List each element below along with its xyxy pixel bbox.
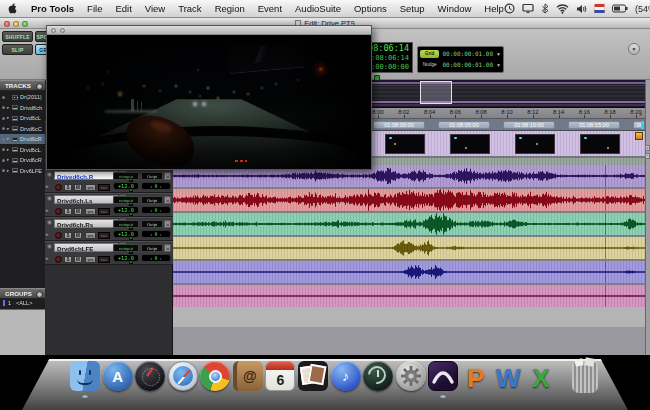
dock-itunes-icon[interactable]: ♪ bbox=[331, 358, 361, 400]
input-selector[interactable]: noinput bbox=[113, 220, 139, 228]
track-view-button[interactable]: wv bbox=[85, 184, 96, 191]
menu-item-window[interactable]: Window bbox=[438, 3, 472, 14]
volume-display[interactable]: +12.0 bbox=[113, 254, 139, 262]
track-visibility-dot[interactable] bbox=[2, 148, 5, 151]
track-height-plus-button[interactable]: + bbox=[645, 145, 650, 151]
timemachine-menu-icon[interactable] bbox=[504, 3, 515, 14]
output-speaker-icon[interactable]: ◂ bbox=[164, 244, 171, 252]
mute-button[interactable]: M bbox=[74, 208, 82, 215]
solo-button[interactable]: S bbox=[64, 256, 72, 263]
dock-safari-icon[interactable] bbox=[168, 358, 198, 400]
volume-display[interactable]: +12.0 bbox=[113, 206, 139, 214]
pan-display[interactable]: ◂0▸ bbox=[141, 230, 171, 238]
grid-value[interactable]: 00:00:00:01.00 bbox=[442, 50, 493, 57]
record-enable-button[interactable] bbox=[55, 184, 62, 191]
shuffle-mode-button[interactable]: SHUFFLE bbox=[2, 31, 33, 42]
dock-trash-icon[interactable] bbox=[570, 358, 600, 400]
menu-item-setup[interactable]: Setup bbox=[400, 3, 425, 14]
sidebar-item-drvd6cl[interactable]: ▸Drvd6cL bbox=[0, 145, 45, 155]
dock-pro-tools-icon[interactable] bbox=[428, 358, 458, 400]
mute-button[interactable]: M bbox=[74, 232, 82, 239]
output-speaker-icon[interactable]: ◂ bbox=[164, 220, 171, 228]
dock-photo-booth-icon[interactable] bbox=[298, 358, 328, 400]
audio-lane-drived6chr[interactable] bbox=[173, 213, 645, 235]
track-visibility-dot[interactable] bbox=[2, 117, 5, 120]
track-collapse-arrow[interactable]: ▸ bbox=[46, 255, 49, 261]
mute-button[interactable]: M bbox=[74, 256, 82, 263]
volume-display[interactable]: +12.0 bbox=[113, 230, 139, 238]
track-view-button[interactable]: wv bbox=[85, 232, 96, 239]
volume-menu-icon[interactable] bbox=[576, 4, 587, 14]
input-language-flag-icon[interactable] bbox=[594, 3, 605, 14]
menu-item-options[interactable]: Options bbox=[354, 3, 387, 14]
menu-item-view[interactable]: View bbox=[145, 3, 165, 14]
pan-display[interactable]: ◂0▸ bbox=[141, 254, 171, 262]
universe-focus-frame[interactable] bbox=[420, 81, 452, 104]
track-visibility-dot[interactable] bbox=[2, 159, 5, 162]
tracks-menu-icon[interactable] bbox=[36, 83, 43, 90]
dock-dashboard-icon[interactable] bbox=[135, 358, 165, 400]
tracks-panel-header[interactable]: TRACKS bbox=[0, 80, 45, 91]
dock-contacts-icon[interactable]: @ bbox=[233, 358, 263, 400]
track-name[interactable]: Drived6ch.R bbox=[54, 171, 118, 180]
output-selector[interactable]: Outpt bbox=[141, 220, 163, 228]
track-collapse-arrow[interactable]: ▸ bbox=[46, 183, 49, 189]
track-view-button[interactable]: wv bbox=[85, 208, 96, 215]
dock-time-machine-icon[interactable] bbox=[363, 358, 393, 400]
track-collapse-arrow[interactable]: ▸ bbox=[46, 207, 49, 213]
track-view-button[interactable]: wv bbox=[85, 256, 96, 263]
input-selector[interactable]: noinput bbox=[113, 244, 139, 252]
nudge-label[interactable]: Nudge bbox=[420, 61, 439, 69]
pan-display[interactable]: ◂0▸ bbox=[141, 182, 171, 190]
output-selector[interactable]: Outpt bbox=[141, 244, 163, 252]
grid-label[interactable]: Grid bbox=[420, 50, 439, 58]
dock-powerpoint-icon[interactable]: P bbox=[461, 358, 491, 400]
video-zoom-button[interactable] bbox=[60, 28, 65, 33]
dock-calendar-icon[interactable]: 6 bbox=[265, 358, 295, 400]
automation-mode-button[interactable]: rec bbox=[98, 184, 110, 191]
sidebar-item-drvd6cr[interactable]: ▸Drvd6cR bbox=[0, 155, 45, 165]
input-selector[interactable]: noinput bbox=[113, 196, 139, 204]
mute-button[interactable]: M bbox=[74, 184, 82, 191]
audio-lane-drivd6chrs[interactable] bbox=[173, 261, 645, 283]
record-enable-button[interactable] bbox=[55, 232, 62, 239]
sidebar-item-dr2011[interactable]: Dr(2011) bbox=[0, 92, 45, 102]
menu-item-audiosuite[interactable]: AudioSuite bbox=[295, 3, 341, 14]
video-track-options-icon[interactable] bbox=[635, 132, 643, 140]
pan-display[interactable]: ◂0▸ bbox=[141, 206, 171, 214]
audio-lane-drivd6chls[interactable] bbox=[173, 237, 645, 259]
record-enable-button[interactable] bbox=[55, 208, 62, 215]
track-visibility-dot[interactable] bbox=[2, 169, 5, 172]
menu-item-event[interactable]: Event bbox=[258, 3, 282, 14]
nudge-dropdown-icon[interactable]: ▼ bbox=[496, 62, 501, 68]
dock-finder-icon[interactable] bbox=[70, 358, 100, 400]
track-name[interactable]: Drivd6ch.Rs bbox=[54, 219, 118, 228]
ruler-options-icon[interactable]: ⤓ bbox=[640, 110, 642, 117]
automation-mode-button[interactable]: rec bbox=[98, 256, 110, 263]
output-speaker-icon[interactable]: ◂ bbox=[164, 196, 171, 204]
sidebar-item-drivd6ch[interactable]: ▸Drivd6ch bbox=[0, 103, 45, 113]
apple-menu-icon[interactable] bbox=[7, 2, 18, 16]
input-selector[interactable]: noinput bbox=[113, 172, 139, 180]
slip-mode-button[interactable]: SLIP bbox=[2, 44, 33, 55]
sidebar-item-drvd6cl[interactable]: ▸Drvd6cL bbox=[0, 113, 45, 123]
volume-display[interactable]: +12.0 bbox=[113, 182, 139, 190]
dock-system-preferences-icon[interactable] bbox=[396, 358, 426, 400]
wifi-menu-icon[interactable] bbox=[556, 4, 569, 14]
track-visibility-dot[interactable] bbox=[2, 138, 5, 141]
menu-item-edit[interactable]: Edit bbox=[115, 3, 131, 14]
sidebar-item-drvd6cc[interactable]: ▸Drvd6cC bbox=[0, 124, 45, 134]
audio-lane-drived6chc[interactable] bbox=[173, 189, 645, 211]
video-close-button[interactable] bbox=[51, 28, 56, 33]
dock-excel-icon[interactable]: X bbox=[526, 358, 556, 400]
track-visibility-dot[interactable] bbox=[2, 96, 5, 99]
groups-menu-icon[interactable] bbox=[36, 291, 43, 298]
menu-item-pro-tools[interactable]: Pro Tools bbox=[31, 3, 74, 14]
battery-menu-icon[interactable] bbox=[612, 4, 628, 13]
track-visibility-dot[interactable] bbox=[2, 127, 5, 130]
nudge-value[interactable]: 00:00:00:01.00 bbox=[442, 61, 493, 68]
solo-button[interactable]: S bbox=[64, 184, 72, 191]
output-speaker-icon[interactable]: ◂ bbox=[164, 172, 171, 180]
solo-button[interactable]: S bbox=[64, 232, 72, 239]
record-enable-button[interactable] bbox=[55, 256, 62, 263]
